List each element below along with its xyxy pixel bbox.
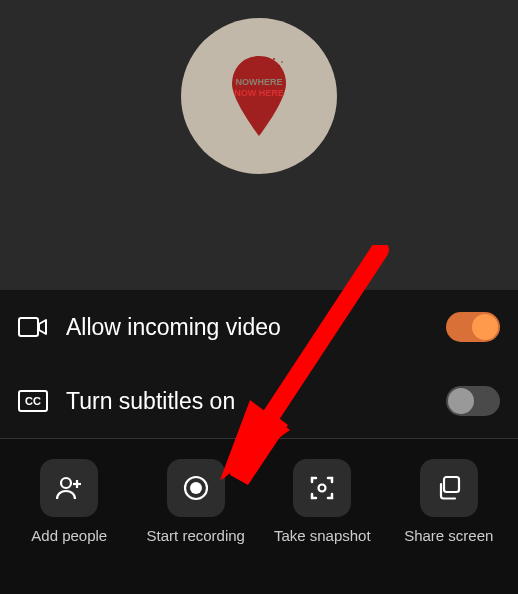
add-person-icon — [54, 473, 84, 503]
avatar-logo: NOWHERE NOW HERE — [224, 51, 294, 141]
svg-point-16 — [190, 482, 202, 494]
share-screen-button[interactable] — [420, 459, 478, 517]
bottom-toolbar: Add people Start recording Take snapshot — [0, 439, 518, 560]
subtitles-toggle[interactable] — [446, 386, 500, 416]
video-icon — [18, 316, 48, 338]
svg-point-5 — [271, 67, 274, 70]
svg-point-1 — [273, 58, 275, 60]
settings-section: Allow incoming video CC Turn subtitles o… — [0, 290, 518, 439]
svg-text:NOW HERE: NOW HERE — [234, 88, 284, 98]
record-icon — [181, 473, 211, 503]
svg-point-12 — [61, 478, 71, 488]
toolbar-item-add-people: Add people — [10, 459, 129, 544]
svg-point-3 — [274, 69, 278, 73]
svg-rect-9 — [19, 318, 38, 336]
video-preview-area: NOWHERE NOW HERE — [0, 0, 518, 290]
share-screen-icon — [434, 473, 464, 503]
start-recording-button[interactable] — [167, 459, 225, 517]
svg-point-0 — [268, 62, 271, 65]
setting-subtitles: CC Turn subtitles on — [14, 364, 504, 438]
toolbar-item-take-snapshot: Take snapshot — [263, 459, 382, 544]
take-snapshot-button[interactable] — [293, 459, 351, 517]
toolbar-label: Start recording — [147, 527, 245, 544]
svg-point-2 — [278, 65, 280, 67]
setting-label: Turn subtitles on — [66, 388, 428, 415]
cc-icon: CC — [18, 390, 48, 412]
snapshot-icon — [307, 473, 337, 503]
toolbar-label: Take snapshot — [274, 527, 371, 544]
avatar: NOWHERE NOW HERE — [181, 18, 337, 174]
svg-rect-18 — [444, 477, 459, 492]
setting-incoming-video: Allow incoming video — [14, 290, 504, 364]
svg-point-4 — [281, 61, 283, 63]
toolbar-item-start-recording: Start recording — [137, 459, 256, 544]
toolbar-label: Share screen — [404, 527, 493, 544]
toolbar-label: Add people — [31, 527, 107, 544]
incoming-video-toggle[interactable] — [446, 312, 500, 342]
svg-point-6 — [265, 58, 267, 60]
svg-text:CC: CC — [25, 395, 41, 407]
add-people-button[interactable] — [40, 459, 98, 517]
setting-label: Allow incoming video — [66, 314, 428, 341]
svg-point-17 — [319, 485, 326, 492]
svg-text:NOWHERE: NOWHERE — [236, 77, 283, 87]
toolbar-item-share-screen: Share screen — [390, 459, 509, 544]
